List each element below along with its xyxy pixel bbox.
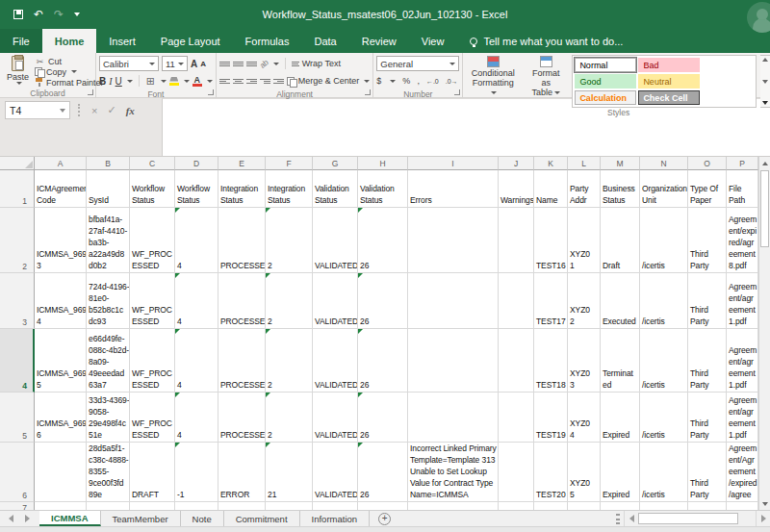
underline-button[interactable]: U (116, 76, 122, 87)
style-gallery-scrollbar[interactable] (760, 55, 770, 108)
cell-O3[interactable]: Third Party (688, 273, 727, 329)
cell-G3[interactable]: VALIDATED (313, 273, 358, 329)
cell-K6[interactable]: TEST20 (534, 443, 568, 502)
sheet-tab-teammember[interactable]: TeamMember (101, 511, 181, 526)
column-header-P[interactable]: P (727, 157, 758, 170)
undo-icon[interactable]: ↶ (34, 9, 43, 20)
cell-J4[interactable] (499, 329, 534, 393)
cell-C7[interactable] (130, 502, 175, 510)
cell-N1[interactable]: Organization Unit (640, 170, 688, 208)
cell-K4[interactable]: TEST18 (534, 329, 568, 393)
column-header-B[interactable]: B (87, 157, 130, 170)
column-header-M[interactable]: M (601, 157, 640, 170)
cell-D5[interactable]: 4 (175, 393, 218, 443)
cell-A3[interactable]: ICMMSA_9695 4 (35, 273, 87, 329)
grow-font-button[interactable]: A (191, 59, 197, 69)
cell-M1[interactable]: Business Status (601, 170, 640, 208)
chevron-down-icon[interactable] (390, 80, 396, 83)
cell-C1[interactable]: Workflow Status (130, 170, 175, 208)
cell-L4[interactable]: XYZ0 3 (568, 329, 601, 393)
cell-B4[interactable]: e66d49fe- 088c-4b2d- 8a09- 49eeedad 63a7 (87, 329, 130, 393)
insert-function-icon[interactable]: fx (126, 105, 135, 116)
cell-C2[interactable]: WF_PROC ESSED (130, 208, 175, 273)
column-header-E[interactable]: E (218, 157, 266, 170)
vertical-scrollbar[interactable] (758, 157, 770, 510)
cell-K2[interactable]: TEST16 (534, 208, 568, 273)
cell-E2[interactable]: PROCESSED (218, 208, 266, 273)
cell-J1[interactable]: Warnings (499, 170, 534, 208)
cell-M3[interactable]: Executed (601, 273, 640, 329)
gallery-down-icon[interactable] (762, 80, 768, 84)
cell-E1[interactable]: Integration Status (218, 170, 266, 208)
tab-review[interactable]: Review (349, 29, 409, 53)
align-left-icon[interactable] (219, 79, 230, 84)
percent-style-button[interactable]: % (402, 76, 410, 86)
cell-K3[interactable]: TEST17 (534, 273, 568, 329)
chevron-down-icon[interactable] (273, 63, 279, 65)
cell-C6[interactable]: DRAFT (130, 443, 175, 502)
cell-J7[interactable] (499, 502, 534, 510)
cell-B1[interactable]: SysId (87, 170, 130, 208)
add-sheet-button[interactable]: + (378, 513, 391, 525)
sheet-tab-commitment[interactable]: Commitment (224, 511, 300, 526)
cell-F6[interactable]: 21 (266, 443, 313, 502)
align-bottom-icon[interactable] (246, 62, 257, 66)
cell-H5[interactable]: 26 (358, 393, 408, 443)
cell-P7[interactable] (727, 502, 758, 510)
align-right-icon[interactable] (246, 79, 257, 84)
cell-K7[interactable] (534, 502, 568, 510)
chevron-down-icon[interactable] (207, 80, 213, 83)
cell-M7[interactable] (601, 502, 640, 510)
next-sheet-icon[interactable] (25, 515, 30, 522)
chevron-down-icon[interactable] (161, 80, 167, 83)
cell-H7[interactable] (358, 502, 408, 510)
cell-I7[interactable] (408, 502, 499, 510)
cell-F3[interactable]: 2 (266, 273, 313, 329)
cell-F7[interactable] (266, 502, 313, 510)
scroll-left-icon[interactable] (624, 511, 638, 526)
cell-G1[interactable]: Validation Status (313, 170, 358, 208)
bold-button[interactable]: B (99, 76, 106, 87)
cell-E3[interactable]: PROCESSED (218, 273, 266, 329)
cell-J6[interactable] (499, 443, 534, 502)
format-painter-button[interactable]: Format Painter (35, 77, 104, 88)
dialog-launcher-icon[interactable] (365, 89, 371, 95)
gallery-up-icon[interactable] (762, 58, 768, 62)
cell-M5[interactable]: Expired (601, 393, 640, 443)
select-all-corner[interactable] (0, 157, 35, 170)
cell-O2[interactable]: Third Party (688, 208, 727, 273)
cell-A1[interactable]: ICMAgreement Code (35, 170, 87, 208)
column-header-L[interactable]: L (568, 157, 601, 170)
accounting-format-button[interactable]: $ (376, 76, 381, 86)
font-name-select[interactable]: Calibri (99, 56, 159, 71)
cell-M4[interactable]: Terminat ed (601, 329, 640, 393)
dialog-launcher-icon[interactable] (208, 89, 214, 95)
cell-N3[interactable]: /icertis (640, 273, 688, 329)
format-as-table-button[interactable]: Format as Table (524, 55, 568, 108)
cell-D3[interactable]: 4 (175, 273, 218, 329)
merge-center-button[interactable]: Merge & Center (287, 76, 371, 87)
cell-H1[interactable]: Validation Status (358, 170, 408, 208)
conditional-formatting-button[interactable]: Conditional Formatting (466, 55, 520, 108)
cell-J5[interactable] (499, 393, 534, 443)
cell-H2[interactable]: 26 (358, 208, 408, 273)
column-header-K[interactable]: K (534, 157, 568, 170)
comma-style-button[interactable]: , (417, 76, 420, 86)
cell-I5[interactable] (408, 393, 499, 443)
cell-K1[interactable]: Name (534, 170, 568, 208)
column-header-G[interactable]: G (313, 157, 358, 170)
cell-F1[interactable]: Integration Status (266, 170, 313, 208)
cell-L6[interactable]: XYZ0 5 (568, 443, 601, 502)
cell-N7[interactable] (640, 502, 688, 510)
cell-P5[interactable]: Agreem ent/agr eement 1.pdf (727, 393, 758, 443)
cell-K5[interactable]: TEST19 (534, 393, 568, 443)
cell-B2[interactable]: bfbaf41a- 27af-4410- ba3b- a22a49d8 d0b2 (87, 208, 130, 273)
increase-decimal-button[interactable]: ←.0 (426, 78, 439, 85)
cell-I3[interactable] (408, 273, 499, 329)
row-header-3[interactable]: 3 (0, 273, 35, 329)
column-header-D[interactable]: D (175, 157, 218, 170)
tab-insert[interactable]: Insert (96, 29, 148, 53)
column-header-A[interactable]: A (35, 157, 87, 170)
cell-O7[interactable] (688, 502, 727, 510)
cell-N2[interactable]: /icertis (640, 208, 688, 273)
